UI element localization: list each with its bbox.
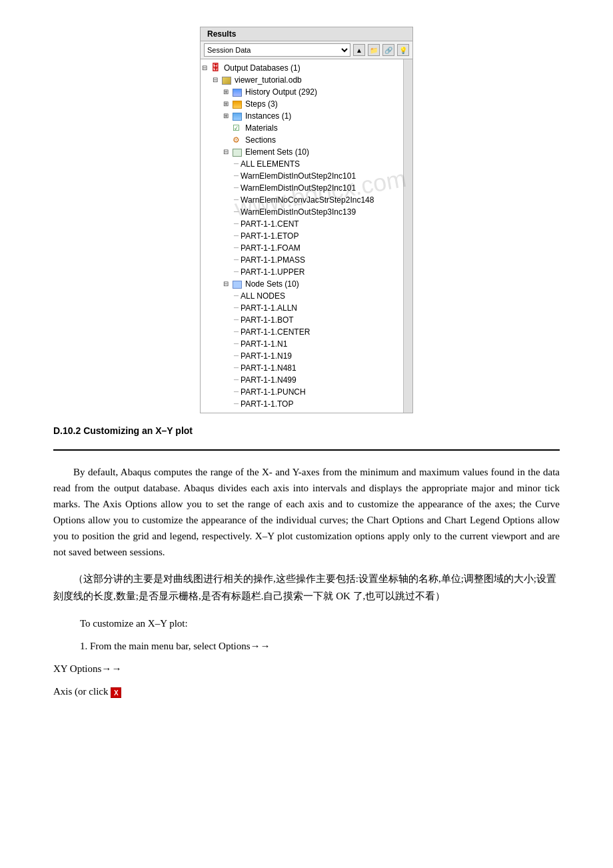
toolbar-up-btn[interactable]: ▲ [353, 44, 365, 56]
tree-row-n481[interactable]: ─ PART-1-1.N481 [202, 362, 411, 374]
section-divider [53, 449, 560, 451]
arrow2: → [111, 663, 121, 674]
axis-x-icon[interactable]: X [111, 687, 121, 698]
tree-row-nodesets[interactable]: ⊟ Node Sets (10) [202, 278, 411, 290]
tree-row-elemsets[interactable]: ⊟ Element Sets (10) [202, 146, 411, 158]
toolbar-bulb-btn[interactable]: 💡 [397, 44, 409, 56]
tree-row-1[interactable]: ⊟ viewer_tutorial.odb [202, 74, 411, 86]
axis-line: Axis (or click X [53, 683, 560, 699]
tree-row-n499[interactable]: ─ PART-1-1.N499 [202, 374, 411, 386]
tree-row-punch[interactable]: ─ PART-1-1.PUNCH [202, 386, 411, 398]
tree-row-all-nodes[interactable]: ─ ALL NODES [202, 290, 411, 302]
panel-toolbar: Session Data ▲ 📁 🔗 💡 [201, 41, 412, 59]
tree-row-top[interactable]: ─ PART-1-1.TOP [202, 398, 411, 410]
tree-row-part-etop[interactable]: ─ PART-1-1.ETOP [202, 230, 411, 242]
tree-row-warn3[interactable]: ─ WarnElemNoConvJacStrStep2Inc148 [202, 194, 411, 206]
tree-row-part-cent[interactable]: ─ PART-1-1.CENT [202, 218, 411, 230]
body-paragraph-1: By default, Abaqus computes the range of… [53, 464, 560, 560]
step1-text: 1. From the main menu bar, select Option… [80, 638, 560, 654]
tree-row-instances[interactable]: ⊞ Instances (1) [202, 110, 411, 122]
toolbar-folder-btn[interactable]: 📁 [368, 44, 380, 56]
tree-row-2[interactable]: ⊞ History Output (292) [202, 86, 411, 98]
session-data-select[interactable]: Session Data [204, 43, 350, 57]
tree-row-warn1[interactable]: ─ WarnElemDistInOutStep2Inc101 [202, 170, 411, 182]
tree-row-center[interactable]: ─ PART-1-1.CENTER [202, 326, 411, 338]
toolbar-link-btn[interactable]: 🔗 [382, 44, 394, 56]
tree-row-n1[interactable]: ─ PART-1-1.N1 [202, 338, 411, 350]
scrollbar[interactable] [403, 59, 412, 413]
tree-row-n19[interactable]: ─ PART-1-1.N19 [202, 350, 411, 362]
tree-row-materials[interactable]: ☑ Materials [202, 122, 411, 134]
arrow1: → [261, 641, 271, 651]
tree-row-warn2[interactable]: ─ WarnElemDistInOutStep2Inc101 [202, 182, 411, 194]
tree-row-0[interactable]: ⊟ 🗄 Output Databases (1) [202, 62, 411, 74]
tree-row-all-elements[interactable]: ─ ALL ELEMENTS [202, 158, 411, 170]
tree-row-sections[interactable]: ⚙ Sections [202, 134, 411, 146]
body-paragraph-cn: （这部分讲的主要是对曲线图进行相关的操作,这些操作主要包括:设置坐标轴的名称,单… [53, 571, 560, 605]
tree-row-warn4[interactable]: ─ WarnElemDistInOutStep3Inc139 [202, 206, 411, 218]
tree-row-bot[interactable]: ─ PART-1-1.BOT [202, 314, 411, 326]
tree-content: ⊟ 🗄 Output Databases (1) ⊟ viewer_tutori… [201, 59, 412, 413]
tree-row-3[interactable]: ⊞ Steps (3) [202, 98, 411, 110]
tree-row-part-upper[interactable]: ─ PART-1-1.UPPER [202, 266, 411, 278]
tree-row-part-pmass[interactable]: ─ PART-1-1.PMASS [202, 254, 411, 266]
tree-row-part-foam[interactable]: ─ PART-1-1.FOAM [202, 242, 411, 254]
customize-heading: To customize an X–Y plot: [80, 615, 560, 631]
instances-label: Instances (1) [245, 111, 291, 121]
xy-options-text: XY Options→→ [53, 661, 560, 677]
tree-row-alln[interactable]: ─ PART-1-1.ALLN [202, 302, 411, 314]
section-title: D.10.2 Customizing an X–Y plot [53, 425, 560, 436]
panel-tab[interactable]: Results [201, 27, 412, 41]
